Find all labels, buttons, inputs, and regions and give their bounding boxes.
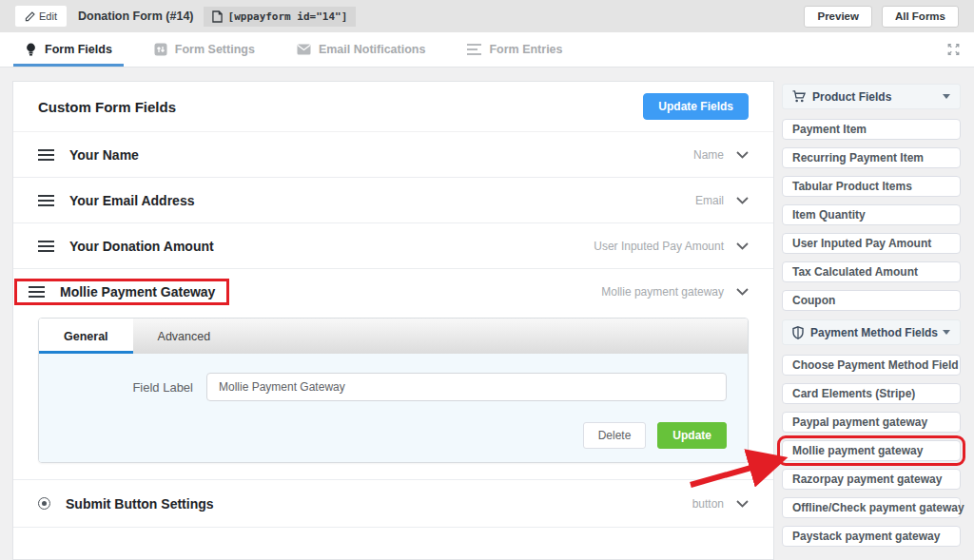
product-fields-header[interactable]: Product Fields (782, 84, 961, 109)
palette-item-offline-check-payment-gateway[interactable]: Offline/Check payment gateway (782, 497, 961, 518)
update-fields-button[interactable]: Update Fields (643, 93, 749, 120)
shield-icon (792, 326, 804, 339)
editor-body: Field Label Delete Update (39, 354, 748, 462)
field-row-meta: button (692, 497, 749, 511)
field-row-label: Submit Button Settings (66, 496, 214, 512)
edit-button-label: Edit (39, 10, 57, 22)
tab-label: Email Notifications (319, 43, 426, 56)
field-label-form-row: Field Label (60, 373, 727, 401)
field-row-label: Your Donation Amount (69, 239, 214, 254)
palette-item-razorpay-payment-gateway[interactable]: Razorpay payment gateway (782, 469, 961, 490)
cart-icon (792, 90, 806, 103)
mail-icon (297, 44, 311, 55)
palette-item-card-elements-stripe[interactable]: Card Elements (Stripe) (782, 383, 961, 404)
tab-form-entries[interactable]: Form Entries (456, 32, 574, 67)
panel-header: Custom Form Fields Update Fields (13, 82, 773, 132)
tab-form-settings[interactable]: Form Settings (143, 32, 266, 67)
palette-item-user-inputed-pay-amount[interactable]: User Inputed Pay Amount (782, 233, 961, 254)
chevron-down-icon[interactable] (736, 151, 749, 159)
field-row-your-name[interactable]: Your Name Name (13, 132, 773, 178)
chevron-down-icon[interactable] (736, 500, 749, 508)
field-type-label: button (692, 497, 724, 511)
palette-item-tax-calculated-amount[interactable]: Tax Calculated Amount (782, 261, 961, 282)
chevron-down-icon[interactable] (736, 197, 749, 204)
field-type-label: Name (693, 148, 724, 162)
pencil-icon (25, 11, 35, 22)
tab-email-notifications[interactable]: Email Notifications (285, 32, 438, 67)
field-row-meta: User Inputed Pay Amount (594, 240, 749, 253)
drag-handle-icon[interactable] (29, 286, 45, 298)
drag-handle-icon[interactable] (38, 241, 54, 252)
editor-tab-general[interactable]: General (39, 319, 133, 354)
page-title: Custom Form Fields (38, 99, 176, 115)
palette-item-mollie-payment-gateway[interactable]: Mollie payment gateway (782, 440, 961, 461)
field-type-label: User Inputed Pay Amount (594, 240, 724, 253)
field-type-label: Email (695, 194, 724, 207)
tab-label: Form Entries (489, 43, 562, 56)
red-highlight-box: Mollie Payment Gateway (14, 279, 229, 305)
update-button[interactable]: Update (657, 422, 727, 449)
field-row-meta: Email (695, 194, 749, 207)
tab-form-fields[interactable]: Form Fields (13, 32, 124, 67)
field-palette-sidebar: Product Fields Payment Item Recurring Pa… (782, 84, 961, 555)
field-row-label: Mollie Payment Gateway (60, 284, 215, 299)
entries-icon (467, 44, 481, 55)
field-row-meta: Name (693, 148, 749, 162)
field-row-meta: Mollie payment gateway (601, 285, 749, 299)
main-tab-bar: Form Fields Form Settings Email Notifica… (0, 32, 974, 68)
submit-button-settings-row[interactable]: Submit Button Settings button (13, 480, 773, 528)
product-fields-section: Product Fields Payment Item Recurring Pa… (782, 84, 961, 311)
bulb-icon (25, 43, 37, 57)
tab-label: Form Settings (175, 43, 255, 56)
field-row-donation-amount[interactable]: Your Donation Amount User Inputed Pay Am… (13, 223, 773, 269)
payment-method-fields-section: Payment Method Fields Choose Payment Met… (782, 319, 961, 547)
top-bar: Edit Donation Form (#14) [wppayform id="… (0, 0, 974, 32)
field-label-input[interactable] (206, 373, 727, 401)
editor-actions: Delete Update (60, 422, 727, 449)
field-row-mollie-gateway[interactable]: Mollie Payment Gateway Mollie payment ga… (13, 269, 773, 315)
expand-icon (946, 43, 961, 56)
field-row-label: Your Email Address (69, 193, 194, 208)
form-title: Donation Form (#14) (78, 10, 194, 23)
chevron-down-icon[interactable] (736, 242, 749, 250)
field-type-label: Mollie payment gateway (601, 285, 724, 299)
palette-item-paypal-payment-gateway[interactable]: Paypal payment gateway (782, 412, 961, 433)
field-row-label: Your Name (69, 147, 139, 163)
palette-item-payment-item[interactable]: Payment Item (782, 119, 961, 140)
field-label-caption: Field Label (60, 380, 193, 395)
section-title: Product Fields (812, 90, 891, 104)
palette-item-item-quantity[interactable]: Item Quantity (782, 204, 961, 225)
palette-item-tabular-product-items[interactable]: Tabular Product Items (782, 176, 961, 197)
caret-down-icon (943, 94, 950, 99)
drag-handle-icon[interactable] (38, 195, 54, 206)
payment-method-fields-header[interactable]: Payment Method Fields (782, 319, 961, 345)
palette-item-choose-payment-method-field[interactable]: Choose Payment Method Field (782, 355, 961, 376)
section-title: Payment Method Fields (810, 326, 938, 339)
editor-tab-advanced[interactable]: Advanced (133, 319, 236, 354)
drag-handle-icon[interactable] (38, 149, 54, 161)
all-forms-button[interactable]: All Forms (882, 6, 959, 28)
shortcode-chip[interactable]: [wppayform id="14"] (204, 7, 357, 27)
fullscreen-toggle-button[interactable] (946, 43, 961, 56)
radio-icon (38, 497, 50, 510)
delete-button[interactable]: Delete (583, 422, 647, 449)
palette-item-recurring-payment-item[interactable]: Recurring Payment Item (782, 147, 961, 168)
editor-tab-bar: General Advanced (39, 319, 748, 354)
edit-form-title-button[interactable]: Edit (15, 6, 67, 27)
palette-item-paystack-payment-gateway[interactable]: Paystack payment gateway (782, 526, 961, 547)
preview-button[interactable]: Preview (804, 6, 871, 28)
shortcode-text: [wppayform id="14"] (228, 10, 348, 23)
field-row-your-email[interactable]: Your Email Address Email (13, 178, 773, 223)
palette-item-coupon[interactable]: Coupon (782, 290, 961, 311)
chevron-down-icon[interactable] (736, 288, 749, 296)
document-icon (212, 10, 223, 23)
tab-label: Form Fields (45, 43, 112, 56)
settings-icon (154, 43, 167, 56)
mollie-field-block: Mollie Payment Gateway Mollie payment ga… (13, 269, 773, 480)
field-inline-editor: General Advanced Field Label Delete Upda… (38, 318, 749, 463)
caret-down-icon (943, 330, 950, 335)
form-editor-panel: Custom Form Fields Update Fields Your Na… (12, 81, 774, 560)
